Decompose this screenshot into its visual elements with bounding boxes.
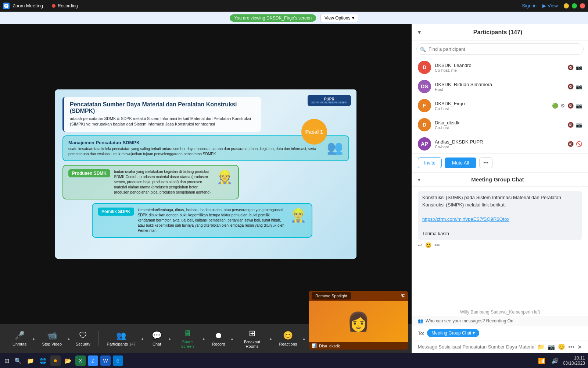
svg-text:Z: Z [5,4,7,8]
more-chat-button[interactable]: ••• [568,343,574,350]
taskbar-app-chrome[interactable]: 🌐 [38,355,48,366]
chevron-down-icon: ▾ [352,15,354,21]
taskbar-volume-icon[interactable]: 🔊 [550,356,560,366]
breakout-arrow[interactable]: ▲ [269,337,273,341]
video-area: PUPR SIGAP MEMBANGUN NEGERI Pasal 1 Penc… [0,24,412,353]
emoji-button[interactable]: 😊 [558,343,565,350]
taskbar-wifi-icon[interactable]: 📶 [537,356,547,366]
record-group: ⏺ Record ▲ [207,329,234,348]
info-box-title-1: Manajemen Pencatatan SDMPK [68,140,323,145]
participant-search-input[interactable] [416,43,584,55]
info-box-text-1: suatu kesatuan tata kelola pencatatan ya… [68,146,323,157]
participant-item[interactable]: F DKSDK_Firgo Co-host 🟢 ⚙ 🔇 📷 [412,96,588,115]
video-icon: 📹 [47,331,57,340]
participant-role: Co-host, me [435,68,564,72]
participant-item[interactable]: DS DKSDK_Riduan Simamora Host 🔇 📷 [412,77,588,96]
sharing-banner: You are viewing DKSDK_Firgo's screen Vie… [0,12,588,24]
screenshot-button[interactable]: 📷 [548,343,555,350]
speaker-view: Remove Spotlight 🏗 👩 📊 Disa_dksdk [309,291,408,350]
participant-icons: 🔇 📷 [567,64,582,70]
search-taskbar-button[interactable]: 🔍 [13,356,23,366]
participants-arrow[interactable]: ▲ [141,337,144,341]
shield-icon: 🛡 [79,331,87,340]
breakout-icon: ⊞ [249,329,255,338]
chat-button[interactable]: 💬 Chat [146,329,168,348]
participant-role: Co-host [435,106,548,111]
file-attach-button[interactable]: 📁 [537,343,545,350]
chat-to-row: To: Meeting Group Chat ▾ [412,326,588,340]
participants-collapse-button[interactable]: ▾ [418,29,421,36]
participant-item[interactable]: D DKSDK_Leandro Co-host, me 🔇 📷 [412,58,588,77]
taskbar-app-zoom[interactable]: Z [88,355,98,366]
react-button[interactable]: 😊 [425,242,431,248]
taskbar-app-edge[interactable]: e [113,355,123,366]
stop-video-button[interactable]: 📹 Stop Video [37,329,67,348]
record-arrow[interactable]: ▲ [230,337,234,341]
maximize-button[interactable] [572,3,577,8]
reply-button[interactable]: ↩ [418,242,422,248]
slide: PUPR SIGAP MEMBANGUN NEGERI Pasal 1 Penc… [55,89,356,259]
taskbar: ⊞ 🔍 📁 🌐 ⏺ 📂 X Z W e 📶 🔊 10:11 03/10/2023 [0,353,588,368]
reactions-button[interactable]: 😊 Reactions [274,329,302,348]
window-title: Zoom Meeting [12,3,43,8]
view-options-button[interactable]: View Options ▾ [320,14,358,22]
mute-all-button[interactable]: Mute All [445,158,476,168]
participants-button[interactable]: 👥 Participants 147 [102,329,141,348]
breakout-group: ⊞ Breakout Rooms ▲ [236,326,273,351]
unmute-button[interactable]: 🎤 Unmute [7,329,32,348]
remove-spotlight-button[interactable]: Remove Spotlight [312,292,351,300]
start-button[interactable]: ⊞ [3,356,11,366]
divider-1 [98,331,99,346]
chat-link[interactable]: https://zfrm.com/mlrfvpeES7fSQ9R6Qtox [422,216,509,222]
mute-icon: 🔇 [567,64,574,70]
chat-title: Meeting Group Chat [471,176,524,183]
chat-header: ▾ Meeting Group Chat [412,173,588,187]
video-icon: 📷 [576,84,582,89]
participant-item[interactable]: D Disa_dksdk Co-host 🔇 📷 [412,115,588,134]
avatar: D [418,61,431,74]
send-button[interactable]: ➤ [577,343,582,350]
chat-icon: 💬 [152,331,162,340]
pemilik-illustration: 👷‍♂️ [290,208,306,223]
share-screen-button[interactable]: 🖥 Share Screen [173,326,202,351]
taskbar-app-explorer[interactable]: 📁 [25,355,36,366]
video-arrow[interactable]: ▲ [67,337,71,341]
more-options-button[interactable]: ••• [434,242,440,248]
share-arrow[interactable]: ▲ [202,337,205,341]
view-button[interactable]: ▶ View [542,3,558,8]
konstruksi-logo-small: 🏗 [401,294,405,298]
record-button[interactable]: ⏺ Record [207,329,230,348]
close-button[interactable] [580,3,585,8]
taskbar-app-excel[interactable]: X [75,355,86,366]
sign-in-button[interactable]: Sign in [522,3,537,8]
slide-title: Pencatatan Sumber Daya Material dan Pera… [70,101,255,114]
chat-to-dropdown[interactable]: Meeting Group Chat ▾ [427,329,479,337]
reactions-arrow[interactable]: ▲ [302,337,306,341]
stop-video-group: 📹 Stop Video ▲ [37,329,71,348]
participant-icons: 🔇 📷 [567,122,582,128]
chat-message-actions: ↩ 😊 ••• [418,241,582,250]
main-area: PUPR SIGAP MEMBANGUN NEGERI Pasal 1 Penc… [0,24,588,353]
minimize-button[interactable] [564,3,569,8]
chart-icon: 📊 [312,343,317,348]
to-label: To: [418,330,424,336]
participant-item[interactable]: AP Andias_DKSDK PUPR Co-host 🔇 🚫 [412,134,588,153]
taskbar-app-folder[interactable]: 📂 [63,355,73,366]
unmute-arrow[interactable]: ▲ [32,337,36,341]
chat-input[interactable] [418,344,534,350]
mute-slash-icon: 🔇 [567,103,574,109]
more-button[interactable]: ••• [479,158,492,168]
avatar: DS [418,80,431,93]
speaker-name-bar: 📊 Disa_dksdk [309,342,408,350]
security-button[interactable]: 🛡 Security [71,329,96,348]
chat-arrow[interactable]: ▲ [168,337,172,341]
taskbar-app-word[interactable]: W [100,355,111,366]
breakout-button[interactable]: ⊞ Breakout Rooms [236,326,269,351]
taskbar-left: ⊞ 🔍 📁 🌐 ⏺ 📂 X Z W e [3,355,123,366]
participant-name: DKSDK_Firgo [435,101,548,106]
taskbar-app-obs[interactable]: ⏺ [50,355,61,366]
chat-collapse-button[interactable]: ▾ [418,177,420,183]
participant-name: DKSDK_Riduan Simamora [435,82,564,87]
invite-button[interactable]: Invite [418,158,442,168]
mute-icon: 🔇 [567,84,574,89]
